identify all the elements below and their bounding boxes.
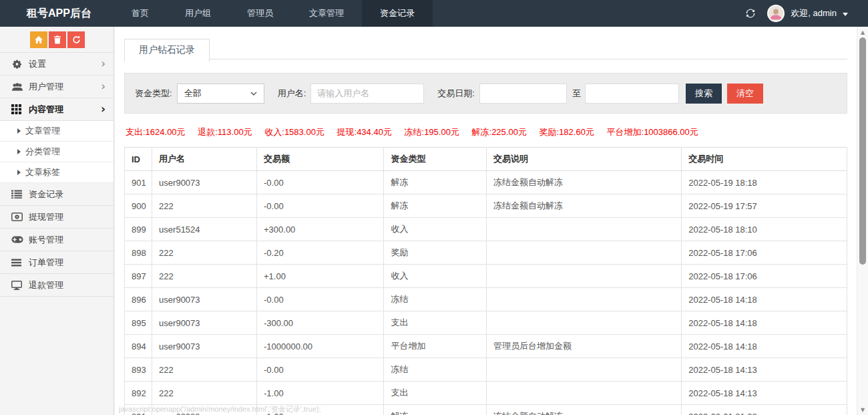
money-icon — [11, 213, 29, 221]
table-cell: 平台增加 — [384, 335, 487, 358]
table-cell: 冻结金额自动解冻 — [487, 405, 682, 415]
sidebar-item-user-management[interactable]: 用户管理 › — [0, 76, 114, 98]
sidebar-item-settings[interactable]: 设置 › — [0, 53, 114, 76]
trash-button[interactable] — [49, 31, 66, 48]
tab-user-diamond-records[interactable]: 用户钻石记录 — [124, 39, 210, 62]
monitor-icon — [11, 281, 29, 290]
sidebar: 设置 › 用户管理 › 内容管理 › 文章管理 分类管理 文章标签 资金记录 — [0, 27, 114, 415]
table-cell: 222 — [152, 194, 257, 218]
table-cell: 901 — [125, 171, 152, 194]
sidebar-item-label: 用户管理 — [29, 81, 101, 93]
fund-type-select[interactable]: 全部 — [177, 84, 264, 104]
nav-item-fund-records[interactable]: 资金记录 — [362, 0, 433, 27]
fund-type-label: 资金类型: — [135, 88, 172, 100]
sidebar-item-content-management[interactable]: 内容管理 › — [0, 98, 114, 121]
status-link-preview: javascript:openapp('/admin/money/index.h… — [119, 404, 320, 414]
date-from-input[interactable] — [479, 84, 567, 104]
stat-reward: 奖励:182.60元 — [539, 127, 594, 137]
home-icon — [34, 35, 43, 44]
tab-bar: 用户钻石记录 — [124, 39, 847, 59]
scroll-down-icon[interactable]: ▼ — [857, 405, 868, 414]
home-button[interactable] — [30, 31, 47, 48]
sidebar-subitem-article-tags[interactable]: 文章标签 — [0, 162, 114, 183]
username-input[interactable] — [310, 84, 424, 104]
sidebar-quick-buttons — [0, 27, 114, 53]
recycle-button[interactable] — [67, 31, 85, 48]
nav-item-home[interactable]: 首页 — [114, 0, 167, 27]
table-cell: 冻结金额自动解冻 — [487, 194, 682, 218]
table-cell: user51524 — [152, 218, 257, 241]
table-row: 893222-0.00冻结2022-05-18 14:13 — [125, 358, 847, 382]
sidebar-item-order-management[interactable]: 订单管理 — [0, 251, 114, 274]
chevron-right-icon: › — [101, 58, 105, 70]
col-header-id: ID — [125, 148, 152, 171]
table-row: 897222+1.00收入2022-05-18 17:06 — [125, 265, 847, 288]
nav-item-articles[interactable]: 文章管理 — [291, 0, 362, 27]
date-to-input[interactable] — [585, 84, 679, 104]
users-icon — [11, 82, 29, 92]
scrollbar-thumb[interactable] — [859, 37, 866, 265]
table-cell: user90073 — [152, 335, 257, 358]
table-cell: user90073 — [152, 288, 257, 311]
recycle-icon — [72, 35, 81, 44]
table-cell: 898 — [125, 241, 152, 265]
sidebar-item-withdrawal-management[interactable]: 提现管理 — [0, 206, 114, 229]
col-header-fund-type: 资金类型 — [384, 148, 487, 171]
table-cell: 冻结金额自动解冻 — [487, 171, 682, 194]
sidebar-item-account-management[interactable]: 账号管理 — [0, 229, 114, 251]
gears-icon — [11, 59, 29, 69]
nav-item-admins[interactable]: 管理员 — [229, 0, 291, 27]
stats-summary: 支出:1624.00元 退款:113.00元 收入:1583.00元 提现:43… — [126, 126, 846, 138]
stat-income: 收入:1583.00元 — [264, 127, 324, 137]
table-cell: 893 — [125, 358, 152, 382]
brand-title: 租号APP后台 — [0, 0, 114, 27]
col-header-description: 交易说明 — [487, 148, 682, 171]
trash-icon — [53, 35, 61, 44]
main-nav: 首页 用户组 管理员 文章管理 资金记录 — [114, 0, 433, 27]
gamepad-icon — [11, 236, 29, 243]
sidebar-item-label: 账号管理 — [29, 234, 105, 246]
table-row: 900222-0.00解冻冻结金额自动解冻2022-05-19 17:57 — [125, 194, 847, 218]
nav-item-user-groups[interactable]: 用户组 — [167, 0, 229, 27]
table-cell: 222 — [152, 241, 257, 265]
sidebar-subitem-category-management[interactable]: 分类管理 — [0, 142, 114, 162]
table-row: 901user90073-0.00解冻冻结金额自动解冻2022-05-19 18… — [125, 171, 847, 194]
triangle-right-icon — [17, 149, 21, 154]
table-cell: -0.00 — [256, 194, 383, 218]
table-cell: -0.20 — [256, 241, 383, 265]
table-cell: -300.00 — [256, 311, 383, 335]
table-cell: 222 — [152, 265, 257, 288]
table-row: 899user51524+300.00收入2022-05-18 18:10 — [125, 218, 847, 241]
sidebar-subitem-article-management[interactable]: 文章管理 — [0, 121, 114, 142]
grid-icon — [11, 104, 29, 114]
table-cell: 管理员后台增加金额 — [487, 335, 682, 358]
sidebar-item-label: 退款管理 — [29, 279, 105, 291]
table-cell: 支出 — [384, 382, 487, 405]
table-cell: 2022-05-19 18:18 — [682, 171, 847, 194]
table-cell: 2022-05-18 14:18 — [682, 335, 847, 358]
navbar-right: 欢迎, admin — [744, 0, 868, 27]
date-to-label: 至 — [572, 88, 581, 100]
clear-button[interactable]: 清空 — [727, 84, 763, 104]
col-header-amount: 交易额 — [256, 148, 383, 171]
list-icon — [11, 190, 29, 198]
table-cell: 900 — [125, 194, 152, 218]
stat-expense: 支出:1624.00元 — [126, 127, 186, 137]
table-cell: 收入 — [384, 218, 487, 241]
user-menu[interactable]: 欢迎, admin — [767, 5, 848, 22]
table-cell: 2022-05-18 14:13 — [682, 382, 847, 405]
scroll-up-icon[interactable]: ▲ — [857, 27, 868, 37]
refresh-icon[interactable] — [744, 7, 756, 19]
chevron-down-icon — [843, 13, 848, 16]
records-table-body: 901user90073-0.00解冻冻结金额自动解冻2022-05-19 18… — [125, 171, 847, 415]
stat-refund: 退款:113.00元 — [198, 127, 252, 137]
table-cell: user90073 — [152, 171, 257, 194]
sidebar-item-label: 设置 — [29, 58, 101, 70]
table-cell: -1000000.00 — [256, 335, 383, 358]
table-cell — [487, 358, 682, 382]
vertical-scrollbar[interactable]: ▲ ▼ — [857, 27, 868, 415]
search-button[interactable]: 搜索 — [686, 84, 722, 104]
sidebar-item-refund-management[interactable]: 退款管理 — [0, 274, 114, 297]
sidebar-item-fund-records[interactable]: 资金记录 — [0, 183, 114, 206]
table-cell: 冻结 — [384, 358, 487, 382]
